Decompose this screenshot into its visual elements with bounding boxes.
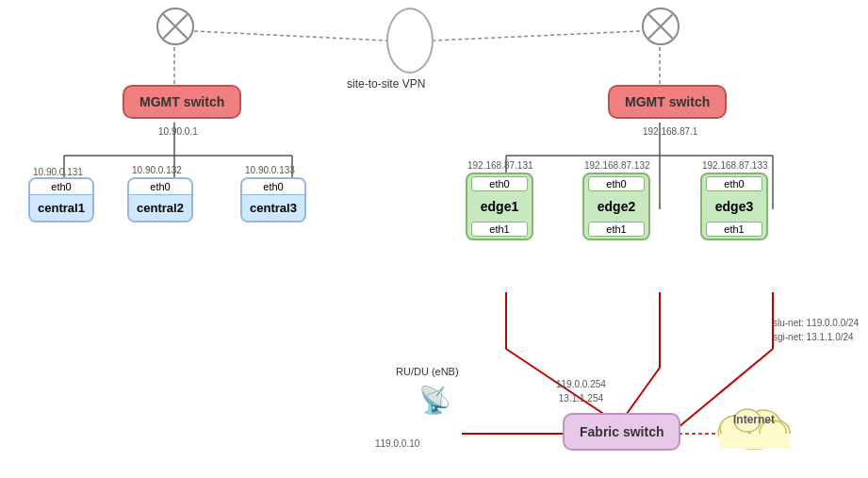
edge3-node: 192.168.87.133 eth0 edge3 eth1 (700, 160, 768, 240)
network-labels: slu-net: 119.0.0.0/24 sgi-net: 13.1.1.0/… (773, 316, 859, 344)
left-mgmt-ip: 10.90.0.1 (158, 126, 198, 137)
rudu-ip: 119.0.0.10 (375, 438, 419, 449)
right-mgmt-switch: MGMT switch (608, 85, 727, 119)
central2-label: central2 (129, 195, 191, 221)
rudu-tower: 📡 (418, 385, 451, 416)
edge2-eth0: eth0 (588, 176, 645, 191)
central1-node: 10.90.0.131 eth0 central1 (28, 165, 94, 223)
edge2-node: 192.168.87.132 eth0 edge2 eth1 (582, 160, 650, 240)
vpn-oval (386, 8, 434, 74)
rudu-label: RU/DU (eNB) (396, 366, 459, 377)
network-diagram: site-to-site VPN MGMT switch 10.90.0.1 M… (0, 0, 868, 478)
edge3-label: edge3 (702, 193, 766, 220)
edge1-label: edge1 (467, 193, 532, 220)
svg-line-0 (174, 30, 386, 41)
edge3-eth1: eth1 (706, 222, 762, 237)
svg-rect-27 (719, 434, 790, 449)
edge1-eth1: eth1 (471, 222, 528, 237)
internet-cloud: Internet (712, 396, 796, 455)
edge1-eth0: eth0 (471, 176, 528, 191)
edge2-label: edge2 (584, 193, 648, 220)
central3-node: 10.90.0.133 eth0 central3 (240, 165, 306, 223)
central2-node: 10.90.0.132 eth0 central2 (127, 165, 193, 223)
central1-eth0: eth0 (30, 179, 92, 195)
central3-label: central3 (242, 195, 304, 221)
edge1-node: 192.168.87.131 eth0 edge1 eth1 (466, 160, 533, 240)
fabric-switch-node: Fabric switch (563, 413, 680, 451)
central2-eth0: eth0 (129, 179, 191, 195)
fabric-switch-ips: 119.0.0.254 13.1.1.254 (556, 377, 606, 405)
edge2-eth1: eth1 (588, 222, 645, 237)
right-mgmt-ip: 192.168.87.1 (643, 126, 697, 137)
svg-line-1 (434, 30, 660, 41)
right-router (642, 8, 680, 45)
edge3-eth0: eth0 (706, 176, 762, 191)
left-router (156, 8, 194, 45)
central1-label: central1 (30, 195, 92, 221)
central3-eth0: eth0 (242, 179, 304, 195)
vpn-label: site-to-site VPN (347, 77, 425, 91)
left-mgmt-switch: MGMT switch (123, 85, 241, 119)
